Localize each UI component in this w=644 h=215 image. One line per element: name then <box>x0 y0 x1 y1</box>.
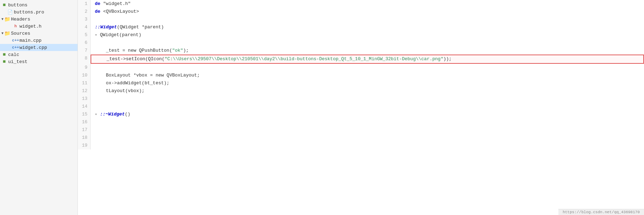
line-content: tLayout(vbox); <box>91 87 644 95</box>
code-line: 12 tLayout(vbox); <box>78 87 644 95</box>
token: _test = new QPushButton( <box>95 48 172 53</box>
folder-icon: 📁 <box>4 16 10 22</box>
code-line: 14 <box>78 103 644 111</box>
token: ::Widget <box>95 24 117 30</box>
token: BoxLayout *vbox = new QVBoxLayout; <box>95 73 200 78</box>
sidebar-label-headers: Headers <box>11 17 30 22</box>
sidebar-item-widget-h[interactable]: h widget.h <box>0 23 77 30</box>
header-file-icon: h <box>13 23 18 29</box>
status-bar: https://blog.csdn.net/qq_43698170 <box>558 209 644 215</box>
sidebar-label-buttons-pro: buttons.pro <box>14 10 44 15</box>
line-content <box>91 126 644 134</box>
code-line: 9 <box>78 64 644 72</box>
sidebar-label-sources: Sources <box>11 31 30 36</box>
code-editor[interactable]: 1de "widget.h"2de <QVBoxLayout>34::Widge… <box>78 0 644 215</box>
sidebar-label-ui-test: ui_test <box>8 59 28 64</box>
folder-sources-icon: 📁 <box>4 30 10 36</box>
code-line: 17 <box>78 126 644 134</box>
token: de <box>95 1 100 6</box>
token: "C:\\Users\\29507\\Desktop\\210501\\day2… <box>165 56 443 62</box>
line-number: 18 <box>78 134 91 142</box>
line-content: de "widget.h" <box>91 0 644 8</box>
code-area: 1de "widget.h"2de <QVBoxLayout>34::Widge… <box>78 0 644 149</box>
line-number: 15 <box>78 111 91 118</box>
code-line: 7 _test = new QPushButton("ok"); <box>78 47 644 55</box>
line-content: _test = new QPushButton("ok"); <box>91 47 644 55</box>
line-number: 14 <box>78 103 91 111</box>
line-number: 19 <box>78 142 91 149</box>
line-number: 6 <box>78 39 91 47</box>
token: )); <box>443 56 454 62</box>
token: ▾ <box>95 33 97 37</box>
sidebar-item-buttons-root[interactable]: ■ buttons <box>0 1 77 9</box>
code-line: 18 <box>78 134 644 142</box>
token: "ok" <box>172 48 183 53</box>
file-tree-sidebar: ■ buttons 📄 buttons.pro ▼ 📁 Headers h wi… <box>0 0 78 215</box>
line-content: BoxLayout *vbox = new QVBoxLayout; <box>91 72 644 79</box>
code-line: 2de <QVBoxLayout> <box>78 8 644 16</box>
code-line: 8 _test->setIcon(QIcon("C:\\Users\\29507… <box>78 55 644 64</box>
token: () <box>125 112 131 117</box>
calc-icon: ■ <box>1 52 7 57</box>
line-number: 3 <box>78 16 91 23</box>
line-content <box>91 16 644 23</box>
token: <QVBoxLayout> <box>100 9 139 14</box>
line-number: 2 <box>78 8 91 16</box>
sidebar-item-headers[interactable]: ▼ 📁 Headers <box>0 16 77 23</box>
code-line: 5▾ QWidget(parent) <box>78 31 644 39</box>
line-content: de <QVBoxLayout> <box>91 8 644 16</box>
token: "widget.h" <box>100 1 131 6</box>
sidebar-item-main-cpp[interactable]: c++ main.cpp <box>0 37 77 44</box>
sidebar-item-calc[interactable]: ■ calc <box>0 51 77 58</box>
line-content: ▾ QWidget(parent) <box>91 31 644 39</box>
token: ::~Widget <box>97 112 125 117</box>
token: ▾ <box>95 112 97 117</box>
sidebar-label-widget-h: widget.h <box>19 24 41 29</box>
cpp-file-icon-widget: c++ <box>13 45 18 50</box>
code-line: 13 <box>78 95 644 103</box>
sidebar-label-calc: calc <box>8 52 19 57</box>
line-content <box>91 134 644 142</box>
token: _test->setIcon(QIcon( <box>96 56 165 62</box>
token: QWidget(parent) <box>97 32 142 38</box>
code-line: 15▾ ::~Widget() <box>78 111 644 118</box>
code-line: 19 <box>78 142 644 149</box>
line-content <box>91 95 644 103</box>
line-number: 1 <box>78 0 91 8</box>
line-content <box>91 103 644 111</box>
line-number: 4 <box>78 23 91 31</box>
line-content <box>91 142 644 149</box>
sidebar-item-widget-cpp[interactable]: c++ widget.cpp <box>0 44 77 51</box>
line-content: ox->addWidget(bt_test); <box>91 79 644 87</box>
sidebar-item-ui-test[interactable]: ■ ui_test <box>0 58 77 65</box>
code-line: 16 <box>78 118 644 126</box>
code-line: 11 ox->addWidget(bt_test); <box>78 79 644 87</box>
code-line: 6 <box>78 39 644 47</box>
line-number: 7 <box>78 47 91 55</box>
line-content: ▾ ::~Widget() <box>91 111 644 118</box>
line-number: 8 <box>78 55 91 64</box>
status-url: https://blog.csdn.net/qq_43698170 <box>563 210 640 214</box>
token: ); <box>183 48 189 53</box>
line-content <box>91 118 644 126</box>
line-content <box>91 64 644 72</box>
sidebar-label-buttons: buttons <box>8 2 28 8</box>
line-number: 10 <box>78 72 91 79</box>
line-number: 11 <box>78 79 91 87</box>
sidebar-item-buttons-pro[interactable]: 📄 buttons.pro <box>0 9 77 16</box>
sidebar-item-sources[interactable]: ▼ 📁 Sources <box>0 30 77 37</box>
code-line: 3 <box>78 16 644 23</box>
sidebar-label-widget-cpp: widget.cpp <box>19 45 47 50</box>
line-number: 16 <box>78 118 91 126</box>
sidebar-label-main-cpp: main.cpp <box>19 38 41 43</box>
code-line: 1de "widget.h" <box>78 0 644 8</box>
pro-file-icon: 📄 <box>7 9 13 15</box>
line-number: 17 <box>78 126 91 134</box>
cpp-file-icon-main: c++ <box>13 38 18 43</box>
uitest-icon: ■ <box>1 59 7 64</box>
line-number: 9 <box>78 64 91 72</box>
project-icon: ■ <box>1 2 7 8</box>
token: tLayout(vbox); <box>95 88 144 94</box>
chevron-icon-sources: ▼ <box>1 32 4 35</box>
line-content <box>91 39 644 47</box>
